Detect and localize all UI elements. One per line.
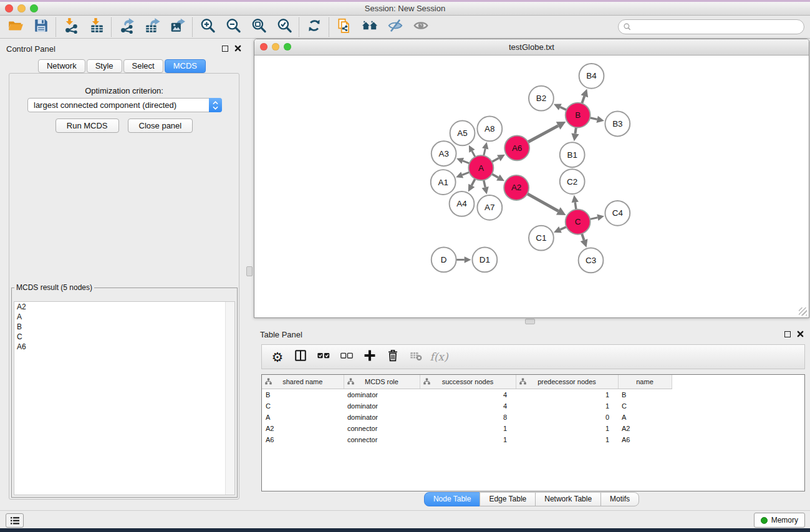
add-column-button[interactable] (360, 347, 379, 366)
result-scrollbar[interactable] (225, 302, 234, 495)
graph-node-A4[interactable]: A4 (450, 191, 475, 216)
network-window-titlebar[interactable]: testGlobe.txt (254, 39, 809, 56)
svg-text:A: A (478, 163, 484, 173)
graph-node-B3[interactable]: B3 (605, 112, 630, 137)
column-header-mcds-role: MCDS role (344, 375, 420, 389)
graph-svg: B4B2BB3A8A5A6A3B1AC2A1A2A4A7C4CC1C3DD1 (255, 56, 808, 317)
table-close-panel-icon[interactable] (797, 331, 804, 337)
close-panel-button[interactable]: Close panel (128, 118, 193, 133)
table-header-row[interactable]: shared name MCDS role successor nodes pr… (262, 375, 672, 389)
vertical-split-gripper[interactable] (246, 266, 253, 276)
graph-node-C3[interactable]: C3 (579, 248, 604, 273)
graph-node-C2[interactable]: C2 (560, 169, 585, 194)
graph-node-B4[interactable]: B4 (579, 64, 604, 89)
graph-node-A5[interactable]: A5 (450, 121, 475, 146)
svg-text:B4: B4 (586, 71, 597, 80)
node-table[interactable]: shared name MCDS role successor nodes pr… (261, 374, 805, 491)
table-row[interactable]: Cdominator41C (262, 400, 672, 412)
optimization-criterion-label: Optimization criterion: (9, 86, 239, 95)
export-network-button[interactable] (113, 17, 139, 37)
deselect-all-button[interactable] (337, 347, 356, 366)
export-table-button[interactable] (139, 17, 165, 37)
delete-column-button[interactable] (383, 347, 402, 366)
zoom-out-button[interactable] (220, 17, 246, 37)
zoom-selected-button[interactable] (271, 17, 297, 37)
search-input[interactable] (632, 21, 804, 32)
table-row[interactable]: Adominator80A (262, 412, 672, 423)
network-canvas[interactable]: B4B2BB3A8A5A6A3B1AC2A1A2A4A7C4CC1C3DD1 (255, 56, 808, 317)
task-history-button[interactable] (6, 513, 24, 528)
import-network-icon (63, 17, 79, 36)
result-list-item[interactable]: A6 (14, 342, 234, 352)
refresh-network-button[interactable] (301, 17, 327, 37)
tab-node-table[interactable]: Node Table (424, 492, 481, 506)
tab-edge-table[interactable]: Edge Table (480, 492, 536, 506)
graph-node-A1[interactable]: A1 (431, 170, 456, 195)
result-list-item[interactable]: B (14, 322, 234, 332)
tab-network[interactable]: Network (38, 59, 85, 73)
column-view-button[interactable] (291, 347, 310, 366)
graph-node-A7[interactable]: A7 (477, 195, 502, 220)
toolbar-separator (55, 17, 56, 37)
table-panel-tabs: Node Table Edge Table Network Table Moti… (254, 492, 810, 506)
graph-node-A[interactable]: A (468, 155, 493, 180)
save-session-button[interactable] (28, 17, 54, 37)
window-resize-grip[interactable] (799, 307, 807, 316)
search-field[interactable] (618, 19, 804, 34)
tab-network-table[interactable]: Network Table (535, 492, 601, 506)
svg-text:C: C (575, 217, 581, 226)
delete-table-button[interactable] (407, 347, 425, 366)
graph-node-A8[interactable]: A8 (477, 117, 502, 142)
graph-node-B[interactable]: B (566, 103, 591, 128)
function-builder-button[interactable]: f(x) (430, 347, 448, 366)
criterion-dropdown[interactable]: largest connected component (directed) (27, 98, 222, 112)
zoom-in-button[interactable] (195, 17, 220, 37)
new-network-from-selection-button[interactable] (331, 17, 357, 37)
first-neighbors-button[interactable] (357, 17, 382, 37)
graph-node-C[interactable]: C (566, 210, 591, 235)
graph-node-A3[interactable]: A3 (432, 141, 456, 166)
hide-selected-button[interactable] (382, 17, 408, 37)
tab-style[interactable]: Style (87, 59, 122, 73)
import-table-button[interactable] (84, 17, 109, 37)
main-toolbar (0, 16, 810, 39)
result-list-item[interactable]: A (14, 312, 234, 322)
svg-text:A3: A3 (438, 149, 448, 158)
graph-node-A2[interactable]: A2 (504, 175, 529, 200)
control-panel-title: Control Panel (6, 44, 55, 54)
open-session-button[interactable] (2, 17, 28, 37)
table-row[interactable]: A6connector11A6 (262, 434, 672, 445)
dropdown-stepper-icon (209, 98, 222, 112)
result-list-item[interactable]: C (14, 332, 234, 342)
graph-node-B1[interactable]: B1 (560, 142, 585, 167)
tab-select[interactable]: Select (123, 59, 163, 73)
run-mcds-button[interactable]: Run MCDS (55, 118, 119, 133)
hierarchy-icon (519, 378, 526, 386)
import-network-button[interactable] (58, 17, 84, 37)
mcds-tab-content: Optimization criterion: largest connecte… (9, 73, 239, 500)
horizontal-split-gripper[interactable] (525, 319, 535, 324)
graph-node-D[interactable]: D (432, 248, 456, 273)
table-row[interactable]: A2connector11A2 (262, 423, 672, 434)
zoom-fit-button[interactable] (246, 17, 271, 37)
export-image-button[interactable] (165, 17, 190, 37)
show-all-button[interactable] (408, 17, 433, 37)
svg-text:C1: C1 (536, 233, 546, 243)
table-float-panel-icon[interactable] (784, 331, 791, 337)
tab-mcds[interactable]: MCDS (165, 59, 206, 73)
graph-node-D1[interactable]: D1 (472, 248, 497, 273)
result-list-item[interactable]: A2 (14, 302, 234, 312)
close-panel-icon[interactable] (234, 45, 241, 52)
tab-motifs[interactable]: Motifs (600, 492, 639, 506)
graph-node-A6[interactable]: A6 (504, 135, 529, 160)
table-options-button[interactable]: ⚙ (268, 347, 287, 366)
select-all-button[interactable] (314, 347, 333, 366)
float-panel-icon[interactable] (222, 46, 228, 52)
graph-node-C1[interactable]: C1 (529, 226, 554, 251)
column-header-predecessor-nodes: predecessor nodes (516, 375, 618, 389)
mcds-result-list[interactable]: A2ABCA6 (14, 301, 235, 495)
graph-node-C4[interactable]: C4 (605, 201, 630, 226)
graph-node-B2[interactable]: B2 (529, 86, 554, 111)
table-row[interactable]: Bdominator41B (262, 389, 672, 401)
memory-button[interactable]: Memory (754, 513, 805, 528)
